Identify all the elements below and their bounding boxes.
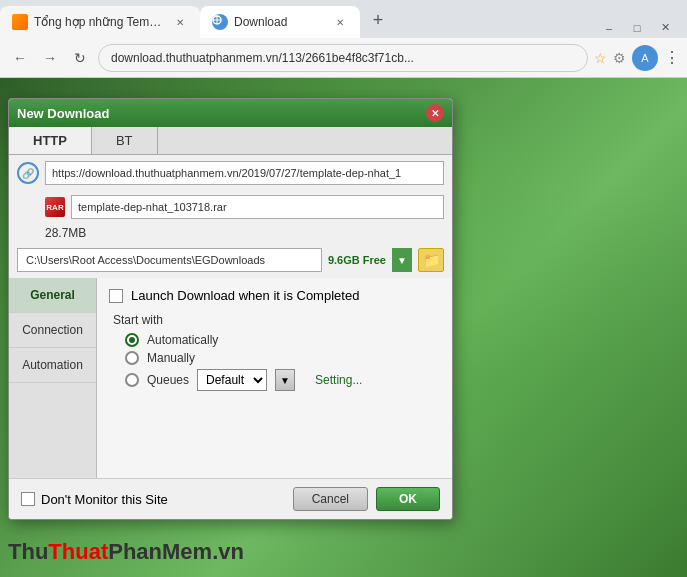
queues-radio-label: Queues [147, 373, 189, 387]
minimize-button[interactable]: – [599, 22, 619, 34]
extensions-icon[interactable]: ⚙ [613, 50, 626, 66]
size-row: 28.7MB [9, 223, 452, 244]
launch-checkbox[interactable] [109, 289, 123, 303]
start-with-label: Start with [113, 313, 440, 327]
tab-title-1: Tổng hợp những Template Po... [34, 15, 166, 29]
queue-arrow-button[interactable]: ▼ [275, 369, 295, 391]
close-button[interactable]: ✕ [655, 21, 675, 34]
dont-monitor-label: Don't Monitor this Site [41, 492, 168, 507]
browser-frame: Tổng hợp những Template Po... ✕ Download… [0, 0, 687, 577]
profile-button[interactable]: A [632, 45, 658, 71]
main-pane: Launch Download when it is Completed Sta… [97, 278, 452, 478]
launch-label: Launch Download when it is Completed [131, 288, 359, 303]
dialog-tabs: HTTP BT [9, 127, 452, 155]
path-row: 9.6GB Free ▼ 📁 [9, 244, 452, 278]
file-size: 28.7MB [45, 226, 86, 240]
dialog-body: General Connection Automation Launch Dow… [9, 278, 452, 478]
auto-radio-row: Automatically [125, 333, 440, 347]
cancel-button[interactable]: Cancel [293, 487, 368, 511]
queues-radio[interactable] [125, 373, 139, 387]
window-controls: – □ ✕ [599, 21, 687, 38]
queues-row: Queues Default ▼ Setting... [125, 369, 440, 391]
dont-monitor-row: Don't Monitor this Site [21, 492, 285, 507]
launch-row: Launch Download when it is Completed [109, 288, 440, 303]
save-path-input[interactable] [17, 248, 322, 272]
sidebar-item-general[interactable]: General [9, 278, 96, 313]
maximize-button[interactable]: □ [627, 22, 647, 34]
manual-radio-label: Manually [147, 351, 195, 365]
tab-2[interactable]: Download ✕ [200, 6, 360, 38]
dialog-tab-http[interactable]: HTTP [9, 127, 92, 154]
file-icon: RAR [45, 197, 65, 217]
tab-bar: Tổng hợp những Template Po... ✕ Download… [0, 0, 687, 38]
auto-radio[interactable] [125, 333, 139, 347]
url-input[interactable] [45, 161, 444, 185]
dialog-footer: Don't Monitor this Site Cancel OK [9, 478, 452, 519]
path-dropdown-button[interactable]: ▼ [392, 248, 412, 272]
file-area: RAR [9, 191, 452, 223]
ok-button[interactable]: OK [376, 487, 440, 511]
link-icon: 🔗 [17, 162, 39, 184]
settings-link[interactable]: Setting... [315, 373, 362, 387]
footer-buttons: Cancel OK [293, 487, 440, 511]
back-button[interactable]: ← [8, 46, 32, 70]
tab-favicon-1 [12, 14, 28, 30]
red-arrow-indicator [400, 573, 460, 577]
address-input[interactable] [98, 44, 588, 72]
url-field-area: 🔗 [9, 155, 452, 191]
dialog-title: New Download [17, 106, 109, 121]
forward-button[interactable]: → [38, 46, 62, 70]
free-space-label: 9.6GB Free [328, 254, 386, 266]
tab-favicon-2 [212, 14, 228, 30]
auto-radio-label: Automatically [147, 333, 218, 347]
filename-input[interactable] [71, 195, 444, 219]
page-content: ThuThuatPhanMem.vn New Download ✕ HTTP B… [0, 78, 687, 577]
dialog-tab-bt[interactable]: BT [92, 127, 158, 154]
dialog-close-button[interactable]: ✕ [426, 104, 444, 122]
bookmark-icon[interactable]: ☆ [594, 50, 607, 66]
address-bar-row: ← → ↻ ☆ ⚙ A ⋮ [0, 38, 687, 78]
dialog-sidebar: General Connection Automation [9, 278, 97, 478]
manual-radio[interactable] [125, 351, 139, 365]
new-tab-button[interactable]: + [364, 6, 392, 34]
modal-overlay: New Download ✕ HTTP BT 🔗 RAR [0, 78, 687, 577]
menu-button[interactable]: ⋮ [664, 48, 679, 67]
sidebar-item-automation[interactable]: Automation [9, 348, 96, 383]
tab-title-2: Download [234, 15, 326, 29]
dont-monitor-checkbox[interactable] [21, 492, 35, 506]
new-download-dialog: New Download ✕ HTTP BT 🔗 RAR [8, 98, 453, 520]
tab-close-1[interactable]: ✕ [172, 14, 188, 30]
sidebar-item-connection[interactable]: Connection [9, 313, 96, 348]
dialog-titlebar: New Download ✕ [9, 99, 452, 127]
tab-close-2[interactable]: ✕ [332, 14, 348, 30]
refresh-button[interactable]: ↻ [68, 46, 92, 70]
browse-folder-button[interactable]: 📁 [418, 248, 444, 272]
tab-1[interactable]: Tổng hợp những Template Po... ✕ [0, 6, 200, 38]
manual-radio-row: Manually [125, 351, 440, 365]
queue-dropdown[interactable]: Default [197, 369, 267, 391]
